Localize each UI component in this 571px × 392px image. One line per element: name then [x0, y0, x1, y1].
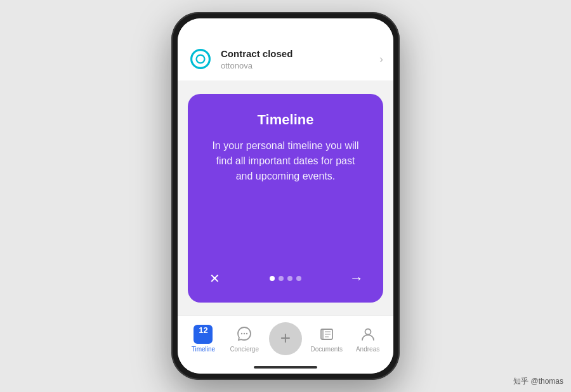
nav-item-concierge[interactable]: Concierge [224, 325, 265, 353]
documents-nav-label: Documents [311, 346, 343, 353]
watermark: 知乎 @thomas [513, 376, 563, 387]
nav-item-andreas[interactable]: Andreas [347, 325, 388, 353]
calendar-icon: 12 [194, 325, 213, 344]
dot-3 [287, 276, 292, 281]
close-button[interactable]: ✕ [203, 267, 226, 290]
timeline-nav-label: Timeline [192, 346, 215, 353]
timeline-title: Timeline [258, 112, 314, 128]
dot-4 [296, 276, 301, 281]
svg-point-4 [246, 332, 247, 334]
notif-title: Contract closed [221, 48, 372, 60]
documents-icon [317, 325, 336, 344]
next-button[interactable]: → [345, 267, 368, 290]
timeline-card-content: Timeline In your personal timeline you w… [203, 112, 368, 254]
home-bar [254, 366, 317, 369]
notif-icon [188, 46, 213, 72]
nav-item-add[interactable]: + [265, 322, 306, 355]
add-button[interactable]: + [269, 322, 302, 355]
bottom-nav: 12 Timeline Concierge [178, 315, 393, 361]
svg-point-3 [244, 332, 245, 334]
notification-card[interactable]: Contract closed ottonova › [178, 37, 393, 81]
svg-point-0 [192, 50, 210, 69]
andreas-nav-label: Andreas [356, 346, 379, 353]
home-indicator [178, 361, 393, 374]
notif-text: Contract closed ottonova [221, 48, 372, 70]
phone-frame: Contract closed ottonova › Timeline In y… [171, 12, 400, 380]
timeline-footer: ✕ → [203, 267, 368, 290]
phone-screen: Contract closed ottonova › Timeline In y… [178, 18, 393, 374]
status-bar [178, 18, 393, 37]
plus-icon: + [280, 329, 291, 347]
concierge-nav-label: Concierge [230, 346, 259, 353]
timeline-description: In your personal timeline you will find … [209, 138, 362, 184]
dot-1 [270, 276, 275, 281]
notif-subtitle: ottonova [221, 61, 372, 70]
pagination-dots [270, 276, 301, 281]
nav-item-timeline[interactable]: 12 Timeline [183, 325, 224, 353]
timeline-card: Timeline In your personal timeline you w… [188, 94, 383, 303]
dot-2 [279, 276, 284, 281]
svg-point-2 [241, 332, 242, 334]
person-icon [358, 325, 377, 344]
concierge-icon [235, 325, 254, 344]
main-content: Timeline In your personal timeline you w… [178, 81, 393, 315]
nav-item-documents[interactable]: Documents [306, 325, 347, 353]
notif-chevron: › [379, 53, 383, 66]
svg-point-10 [365, 329, 371, 334]
calendar-num: 12 [199, 326, 207, 334]
svg-point-1 [197, 55, 205, 63]
